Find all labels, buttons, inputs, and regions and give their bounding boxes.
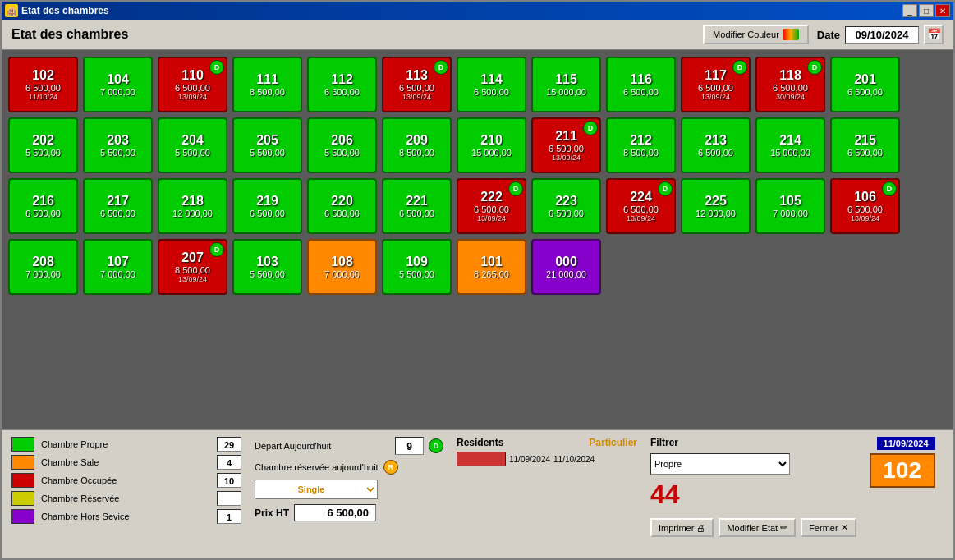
room-203[interactable]: 203 5 500,00 [83, 117, 153, 173]
right-panel: 11/09/2024 102 [870, 437, 935, 488]
legend-color-hors-service [11, 509, 34, 524]
room-223[interactable]: 223 6 500,00 [531, 178, 601, 234]
d-badge-117: D [732, 60, 747, 75]
d-badge-207: D [209, 242, 224, 257]
d-badge-118: D [807, 60, 822, 75]
header-right: Modifier Couleur Date 09/10/2024 📅 [703, 25, 944, 44]
room-110[interactable]: 110 6 500,00 13/09/24 D [158, 57, 227, 112]
app-icon: 🏨 [5, 4, 18, 17]
close-button[interactable]: ✕ [935, 4, 950, 17]
legend-label-reservee: Chambre Réservée [41, 493, 210, 503]
filter-actions: Imprimer 🖨 Modifier Etat ✏ Fermer ✕ [650, 518, 856, 537]
room-211[interactable]: 211 6 500,00 13/09/24 D [531, 117, 601, 173]
legend-occupee: Chambre Occupée 10 [11, 473, 241, 488]
room-224[interactable]: 224 6 500,00 13/09/24 D [606, 178, 676, 234]
main-window: 🏨 Etat des chambres _ □ ✕ Etat des chamb… [0, 0, 955, 560]
d-badge-106: D [882, 181, 897, 196]
bottom-panel: Chambre Propre 29 Chambre Sale 4 Chambre… [2, 429, 953, 558]
room-101[interactable]: 101 8 265,00 [457, 239, 526, 295]
room-216[interactable]: 216 6 500,00 [8, 178, 78, 234]
fermer-button[interactable]: Fermer ✕ [801, 518, 856, 537]
room-221[interactable]: 221 6 500,00 [382, 178, 452, 234]
room-205[interactable]: 205 5 500,00 [232, 117, 302, 173]
room-219[interactable]: 219 6 500,00 [232, 178, 302, 234]
chambre-res-label: Chambre réservée aujourd'huit [255, 462, 379, 472]
depart-label: Départ Aujourd'huit [255, 441, 390, 451]
type-select[interactable]: Single Double Suite [255, 480, 378, 499]
room-209[interactable]: 209 8 500,00 [382, 117, 452, 173]
top-date-badge: 11/09/2024 [877, 437, 935, 450]
room-118[interactable]: 118 6 500,00 30/09/24 D [755, 57, 825, 112]
page-title: Etat des chambres [11, 27, 128, 42]
room-212[interactable]: 212 8 500,00 [606, 117, 676, 173]
room-220[interactable]: 220 6 500,00 [307, 178, 377, 234]
room-111[interactable]: 111 8 500,00 [232, 57, 302, 112]
legend-sale: Chambre Sale 4 [11, 455, 241, 470]
rooms-row-4: 208 7 000,00 107 7 000,00 207 8 500,00 1… [8, 239, 947, 295]
title-bar-left: 🏨 Etat des chambres [5, 4, 109, 17]
room-225[interactable]: 225 12 000,00 [681, 178, 751, 234]
room-105[interactable]: 105 7 000,00 [755, 178, 825, 234]
room-107[interactable]: 107 7 000,00 [83, 239, 153, 295]
legend-color-occupee [11, 473, 34, 488]
room-214[interactable]: 214 15 000,00 [755, 117, 825, 173]
room-210[interactable]: 210 15 000,00 [457, 117, 526, 173]
resident-date2: 11/10/2024 [553, 455, 595, 464]
room-109[interactable]: 109 5 500,00 [382, 239, 452, 295]
date-value: 09/10/2024 [845, 26, 919, 44]
window-title: Etat des chambres [21, 5, 109, 16]
prix-label: Prix HT [255, 507, 289, 519]
room-000[interactable]: 000 21 000,00 [531, 239, 601, 295]
maximize-button[interactable]: □ [919, 4, 934, 17]
room-206[interactable]: 206 5 500,00 [307, 117, 377, 173]
room-217[interactable]: 217 6 500,00 [83, 178, 153, 234]
room-106[interactable]: 106 6 500,00 13/09/24 D [830, 178, 900, 234]
room-208[interactable]: 208 7 000,00 [8, 239, 78, 295]
fermer-label: Fermer [809, 523, 838, 533]
rooms-grid: 102 6 500,00 11/10/24 104 7 000,00 110 6… [8, 57, 947, 422]
close-x-icon: ✕ [841, 522, 848, 533]
residents-label: Residents [457, 437, 503, 448]
resident-date1: 11/09/2024 [509, 455, 550, 464]
legend-count-propre: 29 [217, 437, 241, 452]
room-204[interactable]: 204 5 500,00 [158, 117, 227, 173]
room-218[interactable]: 218 12 000,00 [158, 178, 227, 234]
room-102[interactable]: 102 6 500,00 11/10/24 [8, 57, 78, 112]
reservee-r-badge: R [383, 460, 398, 475]
depart-value: 9 [395, 437, 424, 455]
prix-value: 6 500,00 [294, 504, 376, 521]
filter-select[interactable]: Propre Occupée Sale Réservée Hors Servic… [650, 453, 790, 475]
prix-row: Prix HT 6 500,00 [255, 504, 443, 521]
calendar-button[interactable]: 📅 [924, 25, 944, 44]
imprimer-button[interactable]: Imprimer 🖨 [650, 518, 714, 537]
room-207[interactable]: 207 8 500,00 13/09/24 D [158, 239, 227, 295]
room-117[interactable]: 117 6 500,00 13/09/24 D [681, 57, 751, 112]
room-103[interactable]: 103 5 500,00 [232, 239, 302, 295]
title-bar: 🏨 Etat des chambres _ □ ✕ [2, 2, 953, 20]
legend-reservee: Chambre Réservée [11, 491, 241, 506]
room-201[interactable]: 201 6 500,00 [830, 57, 900, 112]
modifier-couleur-button[interactable]: Modifier Couleur [703, 25, 809, 44]
date-label: Date [817, 29, 840, 41]
resident-bar [457, 452, 506, 466]
room-116[interactable]: 116 6 500,00 [606, 57, 676, 112]
room-215[interactable]: 215 6 500,00 [830, 117, 900, 173]
room-113[interactable]: 113 6 500,00 13/09/24 D [382, 57, 452, 112]
minimize-button[interactable]: _ [902, 4, 917, 17]
room-104[interactable]: 104 7 000,00 [83, 57, 153, 112]
room-114[interactable]: 114 6 500,00 [457, 57, 526, 112]
modifier-etat-button[interactable]: Modifier Etat ✏ [719, 518, 796, 537]
room-222[interactable]: 222 6 500,00 13/09/24 D [457, 178, 526, 234]
d-badge-224: D [658, 181, 673, 196]
legend-label-sale: Chambre Sale [41, 457, 210, 467]
legend-count-hors-service: 1 [217, 509, 241, 524]
room-115[interactable]: 115 15 000,00 [531, 57, 601, 112]
filtrer-label: Filtrer [650, 437, 856, 448]
room-112[interactable]: 112 6 500,00 [307, 57, 377, 112]
legend-propre: Chambre Propre 29 [11, 437, 241, 452]
d-badge-110: D [209, 60, 224, 75]
room-213[interactable]: 213 6 500,00 [681, 117, 751, 173]
room-108[interactable]: 108 7 000,00 [307, 239, 377, 295]
room-202[interactable]: 202 5 500,00 [8, 117, 78, 173]
legend-section: Chambre Propre 29 Chambre Sale 4 Chambre… [11, 437, 241, 524]
